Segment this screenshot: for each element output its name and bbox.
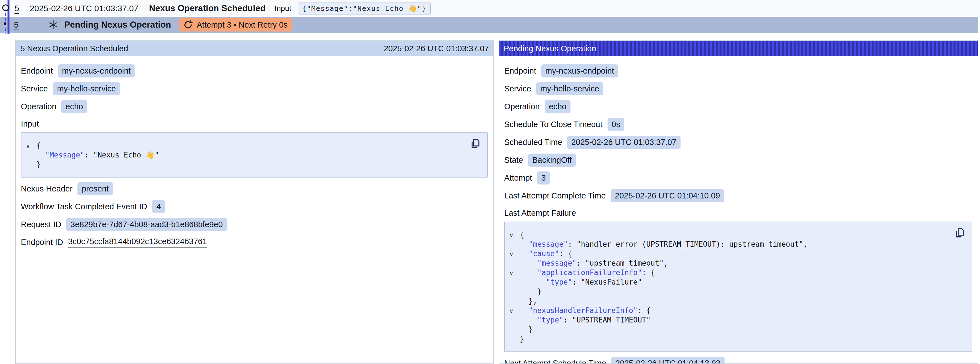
- collapse-chevron-icon[interactable]: ∨: [509, 249, 514, 259]
- field-label: Operation: [504, 102, 539, 111]
- json-code-line: ∨ "cause": {: [505, 249, 966, 259]
- failure-json-block: ∨{ "message": "handler error (UPSTREAM_T…: [504, 222, 972, 352]
- scheduled-panel-time: 2025-02-26 UTC 01:03:37.07: [384, 44, 489, 53]
- json-code-line: "message": "upstream timeout",: [505, 259, 966, 268]
- field-value-badge: echo: [545, 100, 571, 113]
- event-row-scheduled[interactable]: 5 2025-02-26 UTC 01:03:37.07 Nexus Opera…: [0, 0, 980, 17]
- json-code-text: },: [520, 297, 537, 305]
- event-row-pending[interactable]: 5 Pending Nexus Operation Attempt 3 • Ne…: [0, 17, 978, 33]
- json-code-text: }: [520, 287, 541, 296]
- field-value-badge: my-hello-service: [53, 82, 120, 95]
- event-id-link[interactable]: 5: [14, 4, 19, 13]
- failure-section-label: Last Attempt Failure: [504, 209, 974, 218]
- json-code-line: "Message": "Nexus Echo 👋": [21, 150, 482, 160]
- field-label: Workflow Task Completed Event ID: [21, 202, 147, 211]
- field-label: Scheduled Time: [504, 138, 562, 147]
- field-label: State: [504, 155, 523, 165]
- json-code-line: }: [505, 287, 966, 296]
- json-code-text: }: [37, 160, 41, 169]
- field-row: Operationecho: [21, 100, 490, 113]
- field-value-badge: 2025-02-26 UTC 01:03:37.07: [567, 136, 681, 149]
- field-label: Attempt: [504, 173, 532, 182]
- field-value-link[interactable]: 3c0c75ccfa8144b092c13ce632463761: [68, 237, 207, 247]
- field-label: Endpoint ID: [21, 238, 63, 247]
- collapse-chevron-icon[interactable]: ∨: [509, 268, 514, 278]
- field-row: Nexus Headerpresent: [21, 182, 490, 195]
- field-label: Request ID: [21, 220, 61, 229]
- json-code-text: "cause": {: [520, 249, 572, 258]
- pending-title: Pending Nexus Operation: [64, 20, 171, 30]
- json-code-line: ∨ "applicationFailureInfo": {: [505, 268, 966, 277]
- attempt-retry-text: Attempt 3 • Next Retry 0s: [197, 20, 288, 30]
- json-code-line: }: [21, 160, 482, 169]
- json-code-text: "message": "handler error (UPSTREAM_TIME…: [520, 240, 808, 248]
- pending-asterisk-icon: [48, 20, 58, 30]
- event-timestamp: 2025-02-26 UTC 01:03:37.07: [30, 4, 138, 13]
- field-row: Scheduled Time2025-02-26 UTC 01:03:37.07: [504, 136, 974, 149]
- json-code-line: ∨ "nexusHandlerFailureInfo": {: [505, 306, 966, 315]
- collapse-chevron-icon[interactable]: ∨: [26, 141, 30, 151]
- timeline-event-node-icon: [2, 5, 9, 11]
- scheduled-event-panel: 5 Nexus Operation Scheduled 2025-02-26 U…: [15, 40, 494, 364]
- input-section-label: Input: [21, 119, 490, 128]
- field-value-badge: my-hello-service: [536, 82, 603, 95]
- field-row: Request ID3e829b7e-7d67-4b08-aad3-b1e868…: [21, 218, 490, 231]
- input-json-block: ∨{ "Message": "Nexus Echo 👋"}: [21, 133, 488, 177]
- scheduled-fields-top: Endpointmy-nexus-endpointServicemy-hello…: [21, 64, 490, 113]
- field-value-badge: 2025-02-26 UTC 01:04:13.93: [611, 357, 725, 364]
- input-preview-chip: {"Message":"Nexus Echo 👋"}: [298, 3, 430, 14]
- json-code-line: ∨{: [21, 141, 482, 150]
- field-row: Endpointmy-nexus-endpoint: [21, 64, 490, 77]
- attempt-retry-badge: Attempt 3 • Next Retry 0s: [180, 18, 292, 32]
- collapse-chevron-icon[interactable]: ∨: [509, 230, 514, 240]
- field-label: Nexus Header: [21, 184, 72, 193]
- pending-fields-bottom: Next Attempt Schedule Time2025-02-26 UTC…: [504, 357, 974, 364]
- pending-operation-panel: Pending Nexus Operation Endpointmy-nexus…: [499, 40, 978, 364]
- json-code-text: "applicationFailureInfo": {: [520, 268, 655, 277]
- copy-icon[interactable]: [469, 137, 482, 150]
- field-value-badge: present: [78, 182, 113, 195]
- scheduled-panel-header: 5 Nexus Operation Scheduled 2025-02-26 U…: [16, 41, 493, 56]
- field-row: Endpointmy-nexus-endpoint: [504, 64, 974, 77]
- event-id-link[interactable]: 5: [14, 20, 19, 30]
- collapse-chevron-icon[interactable]: ∨: [509, 306, 514, 316]
- event-detail-panels: 5 Nexus Operation Scheduled 2025-02-26 U…: [15, 40, 978, 364]
- field-value-badge: echo: [61, 100, 87, 113]
- json-code-line: ∨{: [505, 230, 966, 239]
- pending-fields-top: Endpointmy-nexus-endpointServicemy-hello…: [504, 64, 974, 202]
- json-code-line: "type": "UPSTREAM_TIMEOUT": [505, 315, 966, 325]
- json-code-text: {: [37, 141, 41, 150]
- json-code-line: }: [505, 334, 966, 344]
- input-json-lines: ∨{ "Message": "Nexus Echo 👋"}: [21, 141, 482, 169]
- json-code-text: "message": "upstream timeout",: [520, 259, 668, 267]
- field-label: Service: [504, 84, 531, 93]
- field-label: Last Attempt Complete Time: [504, 191, 606, 200]
- field-value-badge: my-nexus-endpoint: [58, 64, 135, 77]
- json-code-text: "Message": "Nexus Echo 👋": [37, 151, 159, 159]
- field-label: Schedule To Close Timeout: [504, 120, 603, 129]
- field-label: Next Attempt Schedule Time: [504, 359, 606, 364]
- pending-panel-title: Pending Nexus Operation: [504, 44, 596, 53]
- field-row: Endpoint ID3c0c75ccfa8144b092c13ce632463…: [21, 236, 490, 249]
- field-row: Workflow Task Completed Event ID4: [21, 200, 490, 213]
- copy-icon[interactable]: [954, 227, 966, 239]
- field-row: Operationecho: [504, 100, 974, 113]
- field-value-badge: 0s: [608, 118, 625, 131]
- retry-icon: [183, 20, 193, 30]
- json-code-line: "type": "NexusFailure": [505, 277, 966, 287]
- json-code-text: "type": "NexusFailure": [520, 278, 642, 286]
- scheduled-fields-bottom: Nexus HeaderpresentWorkflow Task Complet…: [21, 182, 490, 249]
- field-row: Next Attempt Schedule Time2025-02-26 UTC…: [504, 357, 974, 364]
- field-value-badge: 3e829b7e-7d67-4b08-aad3-b1e868bfe9e0: [66, 218, 227, 231]
- field-label: Operation: [21, 102, 56, 111]
- field-label: Service: [21, 84, 48, 93]
- json-code-text: {: [520, 230, 524, 239]
- json-code-line: },: [505, 296, 966, 306]
- json-code-text: }: [520, 335, 524, 343]
- json-code-line: "message": "handler error (UPSTREAM_TIME…: [505, 239, 966, 249]
- field-row: Attempt3: [504, 171, 974, 185]
- field-label: Endpoint: [504, 66, 536, 75]
- field-value-badge: 2025-02-26 UTC 01:04:10.09: [611, 189, 724, 202]
- field-row: Last Attempt Complete Time2025-02-26 UTC…: [504, 189, 974, 202]
- json-code-text: }: [520, 325, 533, 334]
